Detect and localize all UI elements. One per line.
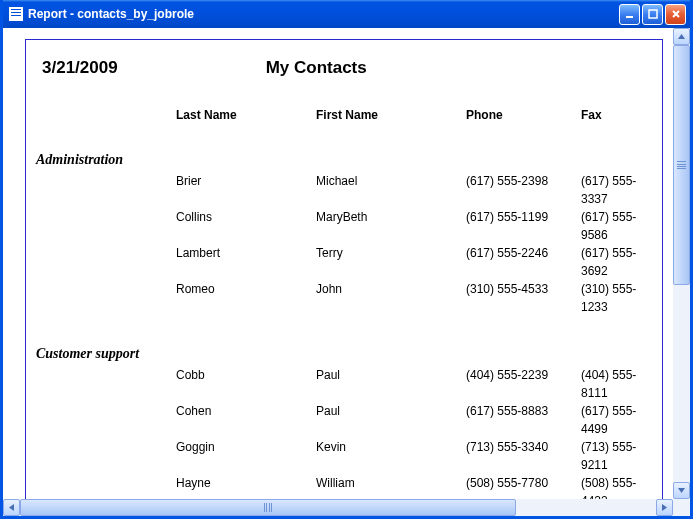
cell-first: William	[316, 474, 466, 499]
cell-fax: (508) 555-4422	[581, 474, 652, 499]
table-row: CobbPaul(404) 555-2239(404) 555-8111	[36, 366, 652, 402]
application-window: Report - contacts_by_jobrole 3/21/2009 M…	[0, 0, 693, 519]
cell-first: Michael	[316, 172, 466, 208]
report-icon	[9, 7, 23, 21]
group-name: Administration	[36, 152, 652, 168]
cell-phone: (617) 555-2246	[466, 244, 581, 280]
close-button[interactable]	[665, 4, 686, 25]
svg-marker-4	[678, 34, 685, 39]
col-header-phone: Phone	[466, 108, 581, 122]
cell-last: Cohen	[176, 402, 316, 438]
group: Customer supportCobbPaul(404) 555-2239(4…	[36, 346, 652, 499]
cell-first: Paul	[316, 366, 466, 402]
cell-fax: (617) 555-3692	[581, 244, 652, 280]
cell-last: Cobb	[176, 366, 316, 402]
cell-last: Collins	[176, 208, 316, 244]
minimize-button[interactable]	[619, 4, 640, 25]
scroll-down-button[interactable]	[673, 482, 690, 499]
cell-fax: (617) 555-9586	[581, 208, 652, 244]
scrollbar-corner	[673, 499, 690, 516]
svg-rect-1	[649, 10, 657, 18]
table-row: RomeoJohn(310) 555-4533(310) 555-1233	[36, 280, 652, 316]
hscroll-thumb[interactable]	[20, 499, 516, 516]
col-header-first: First Name	[316, 108, 466, 122]
cell-fax: (404) 555-8111	[581, 366, 652, 402]
svg-marker-5	[678, 488, 685, 493]
table-row: LambertTerry(617) 555-2246(617) 555-3692	[36, 244, 652, 280]
cell-phone: (310) 555-4533	[466, 280, 581, 316]
cell-phone: (617) 555-8883	[466, 402, 581, 438]
svg-marker-7	[662, 504, 667, 511]
maximize-button[interactable]	[642, 4, 663, 25]
group-name: Customer support	[36, 346, 652, 362]
cell-last: Brier	[176, 172, 316, 208]
hscroll-track[interactable]	[20, 499, 656, 516]
scroll-left-button[interactable]	[3, 499, 20, 516]
report-title: My Contacts	[266, 58, 367, 78]
col-header-fax: Fax	[581, 108, 652, 122]
svg-marker-6	[9, 504, 14, 511]
scroll-up-button[interactable]	[673, 28, 690, 45]
cell-fax: (713) 555-9211	[581, 438, 652, 474]
horizontal-scrollbar[interactable]	[3, 499, 673, 516]
cell-fax: (617) 555-4499	[581, 402, 652, 438]
report-viewport: 3/21/2009 My Contacts Last Name First Na…	[3, 28, 673, 499]
cell-phone: (508) 555-7780	[466, 474, 581, 499]
cell-first: MaryBeth	[316, 208, 466, 244]
cell-phone: (617) 555-2398	[466, 172, 581, 208]
client-area: 3/21/2009 My Contacts Last Name First Na…	[3, 28, 690, 516]
cell-first: Paul	[316, 402, 466, 438]
vscroll-thumb[interactable]	[673, 45, 690, 285]
col-header-last: Last Name	[176, 108, 316, 122]
cell-phone: (713) 555-3340	[466, 438, 581, 474]
vertical-scrollbar[interactable]	[673, 28, 690, 499]
table-row: CollinsMaryBeth(617) 555-1199(617) 555-9…	[36, 208, 652, 244]
cell-last: Romeo	[176, 280, 316, 316]
cell-first: Terry	[316, 244, 466, 280]
column-headers: Last Name First Name Phone Fax	[36, 108, 652, 122]
table-row: BrierMichael(617) 555-2398(617) 555-3337	[36, 172, 652, 208]
table-row: HayneWilliam(508) 555-7780(508) 555-4422	[36, 474, 652, 499]
cell-first: Kevin	[316, 438, 466, 474]
window-title: Report - contacts_by_jobrole	[28, 7, 619, 21]
table-row: GogginKevin(713) 555-3340(713) 555-9211	[36, 438, 652, 474]
report-page: 3/21/2009 My Contacts Last Name First Na…	[25, 39, 663, 499]
cell-fax: (310) 555-1233	[581, 280, 652, 316]
svg-rect-0	[626, 16, 633, 18]
cell-first: John	[316, 280, 466, 316]
cell-fax: (617) 555-3337	[581, 172, 652, 208]
group: AdministrationBrierMichael(617) 555-2398…	[36, 152, 652, 316]
cell-last: Goggin	[176, 438, 316, 474]
vscroll-track[interactable]	[673, 45, 690, 482]
titlebar[interactable]: Report - contacts_by_jobrole	[3, 0, 690, 28]
table-row: CohenPaul(617) 555-8883(617) 555-4499	[36, 402, 652, 438]
scroll-right-button[interactable]	[656, 499, 673, 516]
cell-last: Lambert	[176, 244, 316, 280]
cell-phone: (404) 555-2239	[466, 366, 581, 402]
cell-last: Hayne	[176, 474, 316, 499]
cell-phone: (617) 555-1199	[466, 208, 581, 244]
report-date: 3/21/2009	[42, 58, 118, 78]
groups-container: AdministrationBrierMichael(617) 555-2398…	[36, 152, 652, 499]
